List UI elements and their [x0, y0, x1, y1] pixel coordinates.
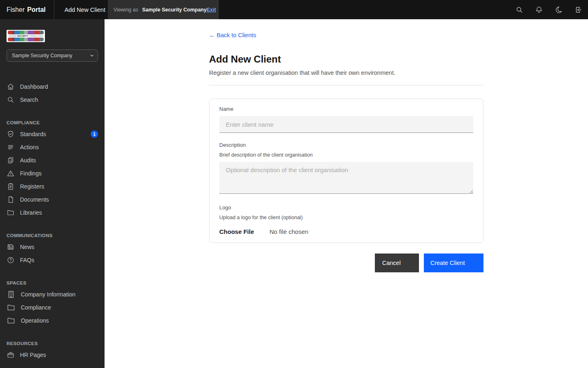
sidebar-item-company-information[interactable]: Company Information: [0, 288, 105, 301]
sidebar-item-registers[interactable]: Registers: [0, 180, 105, 193]
page-title: Add New Client: [209, 54, 483, 65]
home-icon: [7, 83, 15, 91]
client-name-input[interactable]: [219, 116, 473, 133]
list-icon: [7, 143, 15, 151]
brand-name: Fisher: [7, 6, 24, 13]
cancel-button[interactable]: Cancel: [375, 254, 419, 272]
create-client-button[interactable]: Create Client: [424, 254, 483, 272]
logo-file-input: Choose File No file chosen: [219, 228, 473, 235]
topbar-icons: [513, 3, 588, 16]
logo-field-label: Logo: [219, 204, 473, 211]
divider: [209, 85, 483, 85]
sidebar-item-label: Standards: [20, 131, 46, 137]
logo-helper-text: Upload a logo for the client (optional): [219, 215, 473, 220]
sidebar-item-search[interactable]: Search: [0, 93, 105, 106]
shield-check-icon: [7, 130, 15, 138]
sidebar: FISHER SECURITY CONSULTING Sample Securi…: [0, 19, 105, 368]
sidebar-item-label: Dashboard: [20, 83, 48, 90]
building-icon: [7, 290, 16, 299]
folder-icon: [7, 303, 16, 312]
topbar-nav-add-new-client[interactable]: Add New Client: [62, 7, 108, 13]
client-description-textarea[interactable]: [219, 162, 473, 194]
sidebar-item-news[interactable]: News: [0, 240, 105, 254]
sidebar-item-faqs[interactable]: FAQs: [0, 254, 105, 267]
brand-suffix: Portal: [27, 6, 45, 13]
sidebar-item-hr-pages[interactable]: HR Pages: [0, 348, 105, 361]
sidebar-item-label: Registers: [20, 183, 44, 190]
sidebar-item-label: Actions: [20, 144, 39, 150]
newspaper-icon: [7, 243, 15, 251]
sidebar-item-label: Findings: [20, 170, 42, 177]
company-select[interactable]: Sample Security Company: [7, 49, 98, 62]
section-title-communications: COMMUNICATIONS: [7, 233, 98, 238]
brand[interactable]: Fisher Portal: [0, 0, 54, 19]
sidebar-item-findings[interactable]: Findings: [0, 167, 105, 180]
notifications-bell-icon[interactable]: [532, 3, 546, 16]
sidebar-item-label: Compliance: [21, 304, 51, 311]
sign-out-icon[interactable]: [572, 3, 585, 16]
company-select-wrap: Sample Security Company: [7, 49, 98, 62]
sidebar-item-standards[interactable]: Standards 1: [0, 128, 105, 141]
section-title-spaces: SPACES: [7, 280, 98, 285]
company-logo: FISHER SECURITY CONSULTING: [7, 30, 45, 42]
sidebar-item-label: Operations: [21, 317, 49, 324]
warning-triangle-icon: [7, 169, 15, 177]
description-field-label: Description: [219, 142, 473, 148]
back-to-clients-link[interactable]: ← Back to Clients: [209, 32, 256, 38]
sidebar-item-documents[interactable]: Documents: [0, 193, 105, 206]
sidebar-item-actions[interactable]: Actions: [0, 141, 105, 154]
sidebar-item-operations-space[interactable]: Operations: [0, 314, 105, 327]
page-subtitle: Register a new client organisation that …: [209, 70, 483, 76]
description-helper-text: Brief description of the client organisa…: [219, 152, 473, 158]
folder-icon: [7, 209, 15, 217]
viewing-as-company: Sample Security Company: [142, 7, 207, 13]
standards-count-badge: 1: [91, 130, 98, 138]
sidebar-item-label: FAQs: [20, 257, 34, 263]
sidebar-item-label: HR Pages: [20, 352, 46, 358]
help-circle-icon: [7, 256, 15, 264]
sidebar-nav: Dashboard Search COMPLIANCE Standards 1 …: [0, 80, 105, 361]
sidebar-item-label: Documents: [20, 196, 49, 203]
clipboard-copy-icon: [7, 156, 15, 164]
sidebar-item-label: Search: [20, 96, 38, 103]
sidebar-item-compliance-space[interactable]: Compliance: [0, 301, 105, 314]
search-icon: [7, 96, 15, 104]
company-logo-text: FISHER SECURITY CONSULTING: [8, 35, 43, 37]
search-icon[interactable]: [513, 3, 526, 16]
section-title-compliance: COMPLIANCE: [7, 120, 98, 125]
folder-icon: [7, 316, 16, 325]
add-client-form-card: Name Description Brief description of th…: [209, 99, 483, 243]
viewing-as-banner: Viewing as Sample Security Company Exit: [108, 0, 219, 19]
sidebar-item-label: News: [20, 244, 34, 250]
sidebar-item-label: Libraries: [20, 209, 42, 216]
main-content: ← Back to Clients Add New Client Registe…: [105, 0, 588, 368]
clipboard-list-icon: [7, 182, 15, 191]
sidebar-item-libraries[interactable]: Libraries: [0, 206, 105, 219]
form-actions: Cancel Create Client: [209, 254, 483, 272]
document-icon: [7, 195, 15, 204]
section-title-resources: RESOURCES: [7, 341, 98, 346]
sidebar-item-audits[interactable]: Audits: [0, 154, 105, 167]
sidebar-item-label: Audits: [20, 157, 36, 164]
topbar: Fisher Portal Add New Client Viewing as …: [0, 0, 588, 19]
viewing-as-label: Viewing as: [114, 7, 138, 13]
exit-viewing-as-link[interactable]: Exit: [207, 7, 216, 13]
sidebar-item-dashboard[interactable]: Dashboard: [0, 80, 105, 93]
choose-file-button[interactable]: Choose File: [219, 228, 254, 235]
dark-mode-moon-icon[interactable]: [552, 3, 565, 16]
sidebar-item-label: Company Information: [21, 291, 76, 298]
name-field-label: Name: [219, 106, 473, 112]
briefcase-icon: [7, 351, 15, 359]
file-chosen-status: No file chosen: [270, 228, 308, 235]
